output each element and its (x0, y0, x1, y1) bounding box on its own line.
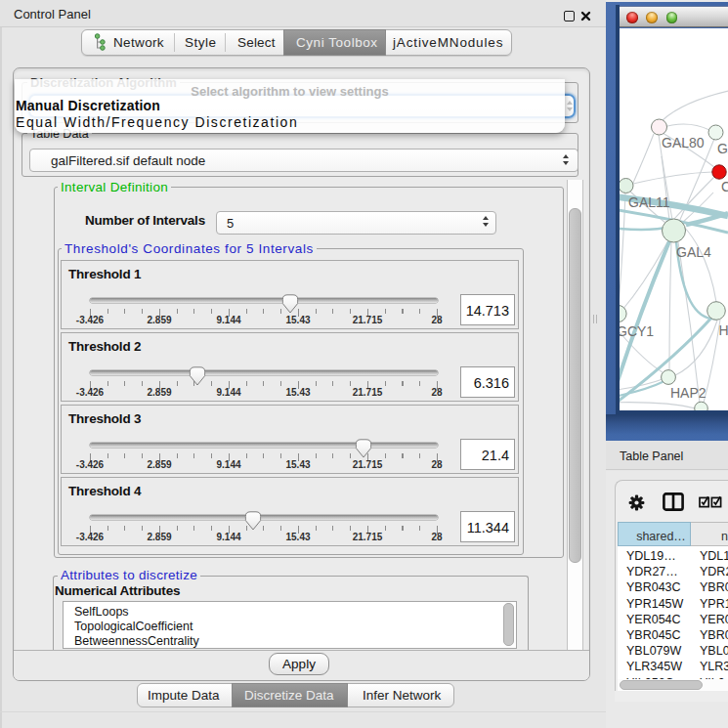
svg-text:H: H (719, 322, 728, 338)
svg-text:GA: GA (717, 141, 728, 156)
svg-text:GCY1: GCY1 (620, 323, 654, 339)
svg-text:GAL11: GAL11 (628, 194, 670, 210)
svg-text:GAL4: GAL4 (676, 244, 711, 260)
svg-text:HAP2: HAP2 (670, 385, 707, 401)
svg-text:C: C (721, 179, 728, 194)
svg-text:GAL80: GAL80 (662, 135, 705, 150)
